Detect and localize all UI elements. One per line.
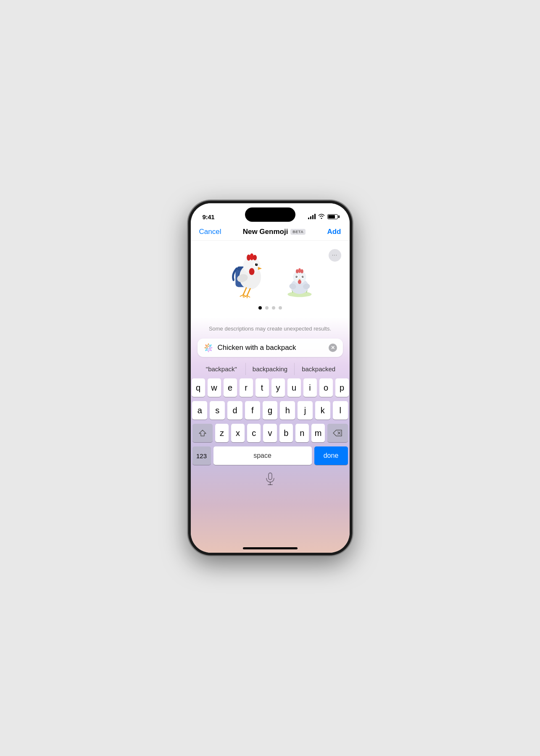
- delete-icon: [333, 430, 342, 436]
- svg-point-13: [256, 263, 257, 264]
- autocomplete-backpack[interactable]: "backpack": [198, 363, 246, 375]
- autocomplete-backpacking[interactable]: backpacking: [246, 363, 295, 375]
- key-p[interactable]: p: [335, 378, 349, 397]
- autocomplete-backpacked[interactable]: backpacked: [295, 363, 343, 375]
- svg-point-9: [253, 255, 256, 260]
- autocomplete-bar: "backpack" backpacking backpacked: [191, 361, 350, 377]
- key-h[interactable]: h: [280, 401, 295, 420]
- apple-intelligence-icon: [203, 343, 213, 353]
- status-bar: 9:41: [191, 203, 350, 224]
- key-a[interactable]: a: [192, 401, 207, 420]
- search-container: Chicken with a backpack ✕: [191, 339, 350, 361]
- key-q[interactable]: q: [192, 378, 205, 397]
- nav-title: New Genmoji: [243, 228, 288, 236]
- page-dots: [258, 306, 282, 310]
- key-y[interactable]: y: [271, 378, 285, 397]
- done-key[interactable]: done: [314, 446, 348, 465]
- wifi-icon: [318, 214, 325, 220]
- keyboard: q w e r t y u i o p a s: [191, 377, 350, 469]
- signal-icon: [308, 214, 316, 219]
- key-e[interactable]: e: [224, 378, 237, 397]
- chicken-backpack-svg: [222, 249, 272, 299]
- svg-point-42: [298, 280, 301, 284]
- microphone-icon[interactable]: [265, 472, 275, 488]
- phone-frame: 9:41: [188, 201, 352, 555]
- gradient-area: Some descriptions may create unexpected …: [191, 317, 350, 553]
- add-button[interactable]: Add: [327, 228, 341, 236]
- keyboard-row-2: a s d f g h j k l: [192, 401, 348, 420]
- disclaimer-text: Some descriptions may create unexpected …: [191, 317, 350, 339]
- svg-line-17: [240, 295, 243, 297]
- svg-point-12: [255, 263, 257, 266]
- emoji-row: ···: [191, 249, 350, 299]
- svg-line-22: [247, 296, 250, 297]
- key-o[interactable]: o: [319, 378, 333, 397]
- keyboard-row-3: z x c v b n m: [192, 424, 348, 442]
- key-g[interactable]: g: [263, 401, 278, 420]
- key-d[interactable]: d: [227, 401, 242, 420]
- bottom-bar: [191, 469, 350, 494]
- key-z[interactable]: z: [215, 424, 229, 442]
- page-dot-2[interactable]: [265, 306, 269, 310]
- content-area: ··· Some descriptions may create unexpec…: [191, 241, 350, 553]
- page-dot-4[interactable]: [279, 306, 282, 310]
- home-indicator: [243, 547, 298, 549]
- shift-key[interactable]: [192, 424, 213, 442]
- more-dots-icon: ···: [332, 252, 337, 258]
- svg-rect-47: [269, 473, 272, 480]
- battery-icon: [327, 214, 338, 219]
- page-dot-3[interactable]: [272, 306, 275, 310]
- svg-point-10: [249, 268, 254, 275]
- dynamic-island: [245, 207, 295, 222]
- delete-key[interactable]: [327, 424, 348, 442]
- emoji-item-primary[interactable]: [222, 249, 272, 299]
- svg-point-37: [296, 276, 297, 277]
- svg-marker-44: [199, 430, 206, 436]
- svg-point-43: [207, 346, 210, 349]
- cancel-button[interactable]: Cancel: [199, 228, 221, 236]
- clear-button[interactable]: ✕: [329, 344, 337, 352]
- key-m[interactable]: m: [311, 424, 325, 442]
- space-key[interactable]: space: [213, 446, 312, 465]
- status-time: 9:41: [203, 213, 215, 220]
- svg-point-40: [303, 276, 303, 277]
- search-input[interactable]: Chicken with a backpack: [218, 344, 324, 352]
- key-s[interactable]: s: [210, 401, 225, 420]
- key-v[interactable]: v: [263, 424, 277, 442]
- key-w[interactable]: w: [208, 378, 221, 397]
- key-r[interactable]: r: [240, 378, 253, 397]
- phone-screen: 9:41: [191, 203, 350, 553]
- nav-title-container: New Genmoji BETA: [243, 228, 306, 236]
- key-x[interactable]: x: [231, 424, 245, 442]
- svg-point-36: [295, 276, 298, 278]
- shift-icon: [199, 429, 206, 437]
- numbers-key[interactable]: 123: [192, 446, 211, 465]
- emoji-item-secondary[interactable]: [281, 262, 319, 299]
- page-dot-1[interactable]: [258, 306, 262, 310]
- nav-bar: Cancel New Genmoji BETA Add: [191, 224, 350, 241]
- key-b[interactable]: b: [279, 424, 293, 442]
- keyboard-row-4: 123 space done: [192, 446, 348, 465]
- search-input-wrapper: Chicken with a backpack ✕: [198, 339, 343, 357]
- svg-point-33: [298, 268, 301, 273]
- svg-point-34: [300, 269, 303, 273]
- beta-badge: BETA: [290, 229, 306, 235]
- keyboard-row-1: q w e r t y u i o p: [192, 378, 348, 397]
- emoji-display: ···: [191, 241, 350, 317]
- svg-point-32: [296, 269, 299, 273]
- key-t[interactable]: t: [256, 378, 269, 397]
- key-f[interactable]: f: [245, 401, 260, 420]
- svg-line-16: [247, 289, 250, 296]
- key-n[interactable]: n: [295, 424, 309, 442]
- key-k[interactable]: k: [315, 401, 330, 420]
- svg-line-15: [243, 288, 246, 295]
- key-i[interactable]: i: [303, 378, 317, 397]
- status-icons: [308, 214, 338, 220]
- key-u[interactable]: u: [287, 378, 301, 397]
- key-l[interactable]: l: [333, 401, 348, 420]
- key-j[interactable]: j: [298, 401, 313, 420]
- chicken-sitting-svg: [282, 262, 317, 299]
- svg-point-39: [301, 276, 303, 278]
- more-options-button[interactable]: ···: [329, 249, 341, 262]
- key-c[interactable]: c: [247, 424, 261, 442]
